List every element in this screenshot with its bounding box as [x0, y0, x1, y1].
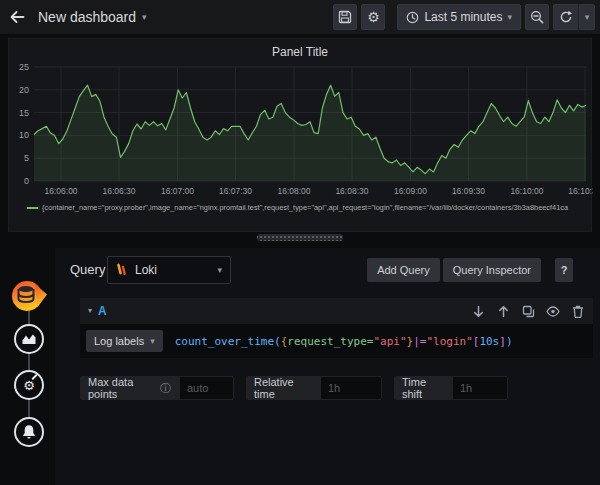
gear-icon: ⚙: [367, 9, 380, 25]
sidebar-connector-line: [28, 296, 30, 432]
svg-text:16:07:00: 16:07:00: [161, 186, 194, 196]
disable-query-button[interactable]: [546, 304, 560, 318]
arrow-down-icon: [472, 305, 485, 318]
back-button[interactable]: [0, 0, 34, 34]
dashboard-settings-button[interactable]: ⚙: [361, 4, 385, 30]
dashboard-title-dropdown[interactable]: New dashboard ▾: [38, 9, 147, 25]
sidebar-tab-visualization[interactable]: [14, 324, 44, 354]
series-color-dash: [27, 207, 38, 209]
panel-resize-handle[interactable]: [257, 234, 343, 241]
add-query-button[interactable]: Add Query: [367, 258, 440, 282]
max-data-points-label: Max data points: [88, 376, 155, 400]
query-inspector-button[interactable]: Query Inspector: [443, 258, 541, 282]
zoom-out-icon: [530, 10, 544, 24]
query-editor-card: Query Loki ▾ Add Query Query Inspector ?…: [55, 248, 600, 485]
svg-text:16:10:30: 16:10:30: [568, 186, 593, 196]
query-expression-row: Log labels ▾ count_over_time({request_ty…: [80, 324, 593, 358]
log-labels-label: Log labels: [94, 335, 144, 347]
clock-icon: [406, 11, 419, 24]
time-range-picker[interactable]: Last 5 minutes ▾: [397, 4, 521, 30]
svg-text:5: 5: [24, 153, 29, 163]
save-dashboard-button[interactable]: [333, 4, 357, 30]
relative-time-input[interactable]: [320, 376, 382, 400]
query-row-header[interactable]: ▾ A: [80, 298, 593, 324]
time-shift-label: Time shift: [402, 376, 444, 400]
svg-text:16:06:30: 16:06:30: [102, 186, 135, 196]
relative-time-label-box: Relative time: [246, 376, 320, 400]
series-label: {container_name="proxy.prober",image_nam…: [42, 203, 568, 212]
query-options-row: Max data points ⓘ Relative time Time shi…: [80, 376, 593, 400]
datasource-tab-active-icon: [11, 278, 48, 314]
refresh-icon: [559, 10, 573, 24]
svg-text:16:08:30: 16:08:30: [335, 186, 368, 196]
query-section-label: Query: [70, 262, 105, 277]
svg-text:25: 25: [19, 63, 29, 72]
sidebar-tab-queries[interactable]: [11, 278, 48, 314]
graph-panel: Panel Title 051015202516:06:0016:06:3016…: [8, 38, 592, 232]
save-icon: [338, 10, 352, 24]
time-range-label: Last 5 minutes: [424, 10, 502, 24]
svg-text:20: 20: [19, 85, 29, 95]
duplicate-query-button[interactable]: [521, 304, 535, 318]
trash-icon: [572, 305, 584, 318]
refresh-button[interactable]: [553, 4, 579, 30]
time-shift-label-box: Time shift: [394, 376, 452, 400]
copy-icon: [522, 305, 535, 318]
chevron-down-icon: ▾: [142, 13, 147, 22]
refresh-button-group: ▾: [553, 4, 595, 30]
chevron-down-icon: ▾: [150, 337, 155, 346]
svg-text:15: 15: [19, 108, 29, 118]
sidebar-tab-alert[interactable]: [14, 417, 44, 447]
collapse-caret-icon: ▾: [88, 307, 92, 315]
zoom-out-button[interactable]: [525, 4, 549, 30]
chevron-down-icon: ▾: [507, 13, 512, 22]
sidebar-tab-general[interactable]: ⚙: [14, 370, 44, 400]
query-ref-id: A: [98, 304, 107, 318]
gear-wrench-icon: ⚙: [21, 377, 37, 393]
chevron-down-icon: ▾: [217, 266, 222, 275]
svg-text:16:06:00: 16:06:00: [45, 186, 78, 196]
move-query-up-button[interactable]: [496, 304, 510, 318]
max-data-points-input[interactable]: [179, 376, 234, 400]
logql-expression-input[interactable]: count_over_time({request_type="api"}|="l…: [175, 335, 513, 348]
panel-title[interactable]: Panel Title: [9, 39, 591, 59]
svg-text:16:07:30: 16:07:30: [219, 186, 252, 196]
query-header: Query Loki ▾ Add Query Query Inspector ?: [55, 248, 600, 292]
refresh-interval-dropdown[interactable]: ▾: [579, 4, 595, 30]
max-data-points-label-box: Max data points ⓘ: [80, 376, 179, 400]
bell-icon: [21, 424, 37, 440]
datasource-name: Loki: [135, 263, 210, 277]
svg-text:0: 0: [24, 176, 29, 186]
svg-text:16:10:00: 16:10:00: [510, 186, 543, 196]
datasource-select[interactable]: Loki ▾: [107, 256, 231, 284]
log-labels-button[interactable]: Log labels ▾: [86, 330, 163, 352]
graph-icon: [21, 331, 37, 347]
svg-text:16:08:00: 16:08:00: [277, 186, 310, 196]
loki-logo-icon: [116, 263, 128, 277]
time-series-chart[interactable]: 051015202516:06:0016:06:3016:07:0016:07:…: [9, 63, 593, 201]
delete-query-button[interactable]: [571, 304, 585, 318]
dashboard-title: New dashboard: [38, 9, 136, 25]
back-arrow-icon: [9, 9, 25, 25]
help-button[interactable]: ?: [555, 258, 573, 282]
relative-time-label: Relative time: [254, 376, 312, 400]
svg-text:16:09:30: 16:09:30: [452, 186, 485, 196]
info-icon[interactable]: ⓘ: [160, 381, 171, 396]
time-shift-input[interactable]: [452, 376, 508, 400]
move-query-down-button[interactable]: [471, 304, 485, 318]
svg-text:16:09:00: 16:09:00: [394, 186, 427, 196]
chevron-down-icon: ▾: [585, 13, 590, 22]
arrow-up-icon: [497, 305, 510, 318]
chart-legend[interactable]: {container_name="proxy.prober",image_nam…: [27, 203, 589, 212]
top-navbar: New dashboard ▾ ⚙ Last 5 minutes ▾ ▾: [0, 0, 600, 34]
svg-text:10: 10: [19, 130, 29, 140]
eye-icon: [546, 305, 560, 318]
